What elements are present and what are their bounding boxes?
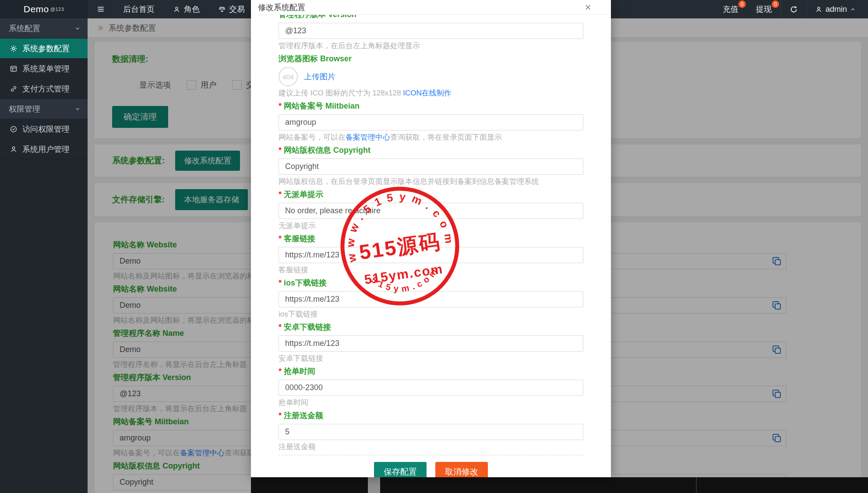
logo-version: @123 [50, 7, 64, 12]
copyright-modal-input[interactable] [279, 158, 583, 175]
sidebar-item-system-menu[interactable]: 系统菜单管理 [0, 59, 88, 79]
user-menu[interactable]: admin [807, 5, 868, 14]
upload-image-link[interactable]: 上传图片 [304, 71, 335, 82]
service-link-input[interactable] [279, 247, 583, 263]
field-hint: ios下载链接 [279, 310, 583, 319]
required-asterisk: * [279, 102, 282, 110]
nav-roles[interactable]: 角色 [164, 0, 209, 18]
field-label: 浏览器图标 Browser [279, 54, 583, 63]
person-icon [173, 6, 181, 13]
modal-field-service-link: *客服链接 客服链接 [279, 234, 583, 275]
no-order-tip-input[interactable] [279, 203, 583, 219]
required-asterisk: * [279, 190, 282, 199]
miitbeian-modal-input[interactable] [279, 114, 583, 130]
cancel-modify-button[interactable]: 取消修改 [435, 462, 488, 477]
field-label: *安卓下载链接 [279, 322, 583, 332]
app-logo: Demo@123 [0, 0, 88, 18]
window-icon [10, 65, 18, 73]
modal-title: 修改系统配置 [258, 2, 305, 13]
field-hint: 抢单时间 [279, 398, 583, 407]
topbar-right: 充值 0 提现 0 admin [714, 0, 868, 18]
version-input[interactable] [279, 23, 583, 39]
hamburger-icon[interactable] [88, 0, 114, 18]
icon-maker-link[interactable]: ICON在线制作 [403, 89, 452, 97]
field-label: *无派单提示 [279, 190, 583, 199]
modal-field-copyright: *网站版权信息 Copyright 网站版权信息，在后台登录页面显示版本信息并链… [279, 145, 583, 186]
modal-footer: 保存配置 取消修改 [279, 455, 583, 477]
logo-text: Demo [24, 4, 49, 14]
modify-system-config-modal: 修改系统配置 管理程序版本 Version 管理程序版本，在后台左上角标题处理显… [251, 0, 611, 477]
sidebar-item-payment-methods[interactable]: 支付方式管理 [0, 79, 88, 99]
field-hint: 注册送金额 [279, 443, 583, 451]
modal-field-ios-download: *ios下载链接 ios下载链接 [279, 278, 583, 319]
save-config-button[interactable]: 保存配置 [374, 462, 427, 477]
field-hint: 网站备案号，可以在备案管理中心查询获取，将在登录页面下面显示 [279, 133, 583, 142]
sidebar-item-system-users[interactable]: 系统用户管理 [0, 139, 88, 159]
field-hint: 网站版权信息，在后台登录页面显示版本信息并链接到备案到信息备案管理系统 [279, 177, 583, 186]
field-hint: 建议上传 ICO 图标的尺寸为 128x128 ICON在线制作 [279, 89, 583, 98]
user-icon [815, 6, 822, 13]
field-hint: 无派单提示 [279, 222, 583, 230]
required-asterisk: * [279, 411, 282, 420]
gear-icon [10, 45, 18, 53]
field-label: *注册送金额 [279, 411, 583, 420]
sidebar-item-access-permissions[interactable]: 访问权限管理 [0, 119, 88, 139]
sidebar: 系统配置 系统参数配置 系统菜单管理 支付方式管理 权限管理 访问权限管理 系统… [0, 18, 88, 493]
modal-header: 修改系统配置 [251, 0, 611, 15]
field-label: *网站版权信息 Copyright [279, 145, 583, 155]
sidebar-group-system-config[interactable]: 系统配置 [0, 18, 88, 39]
android-download-input[interactable] [279, 335, 583, 352]
close-icon[interactable] [584, 4, 592, 11]
field-label: *抢单时间 [279, 366, 583, 376]
required-asterisk: * [279, 278, 282, 287]
modal-field-no-order-tip: *无派单提示 无派单提示 [279, 190, 583, 230]
badge-check-icon [10, 125, 18, 133]
field-label: *客服链接 [279, 234, 583, 243]
recharge-button[interactable]: 充值 0 [714, 0, 747, 18]
nav-home[interactable]: 后台首页 [114, 0, 164, 18]
field-hint: 客服链接 [279, 266, 583, 275]
required-asterisk: * [279, 146, 282, 155]
field-hint: 管理程序版本，在后台左上角标题处理显示 [279, 42, 583, 50]
refresh-button[interactable] [781, 0, 807, 18]
user-name: admin [826, 5, 847, 14]
modal-field-grab-time: *抢单时间 抢单时间 [279, 366, 583, 407]
modal-field-register-gift: *注册送金额 注册送金额 [279, 411, 583, 451]
grab-time-input[interactable] [279, 380, 583, 396]
field-hint: 安卓下载链接 [279, 354, 583, 363]
ios-download-input[interactable] [279, 291, 583, 307]
modal-field-android-download: *安卓下载链接 安卓下载链接 [279, 322, 583, 363]
favicon-placeholder: 404 [279, 67, 298, 86]
nav-trade[interactable]: 交易 [209, 0, 254, 18]
chevron-down-icon [74, 106, 81, 112]
modal-field-version: 管理程序版本 Version 管理程序版本，在后台左上角标题处理显示 [279, 15, 583, 50]
modal-field-miitbeian: *网站备案号 Miitbeian 网站备案号，可以在备案管理中心查询获取，将在登… [279, 101, 583, 142]
link-icon [10, 85, 18, 93]
required-asterisk: * [279, 367, 282, 376]
modal-field-browser-icon: 浏览器图标 Browser 404 上传图片 建议上传 ICO 图标的尺寸为 1… [279, 54, 583, 98]
recharge-badge: 0 [738, 0, 746, 8]
scale-icon [218, 5, 226, 13]
required-asterisk: * [279, 234, 282, 243]
beian-center-link[interactable]: 备案管理中心 [346, 133, 390, 141]
withdraw-button[interactable]: 提现 0 [747, 0, 780, 18]
person-icon [10, 145, 18, 153]
field-label: 管理程序版本 Version [279, 15, 583, 19]
withdraw-badge: 0 [772, 0, 779, 8]
sidebar-group-permissions[interactable]: 权限管理 [0, 99, 88, 119]
sidebar-item-system-params[interactable]: 系统参数配置 [0, 39, 88, 59]
field-label: *网站备案号 Miitbeian [279, 101, 583, 111]
field-label: *ios下载链接 [279, 278, 583, 288]
refresh-icon [790, 5, 798, 14]
modal-body: 管理程序版本 Version 管理程序版本，在后台左上角标题处理显示 浏览器图标… [251, 15, 611, 477]
chevron-down-icon [74, 25, 81, 32]
required-asterisk: * [279, 323, 282, 331]
register-gift-input[interactable] [279, 424, 583, 440]
chevron-up-icon [850, 7, 856, 12]
